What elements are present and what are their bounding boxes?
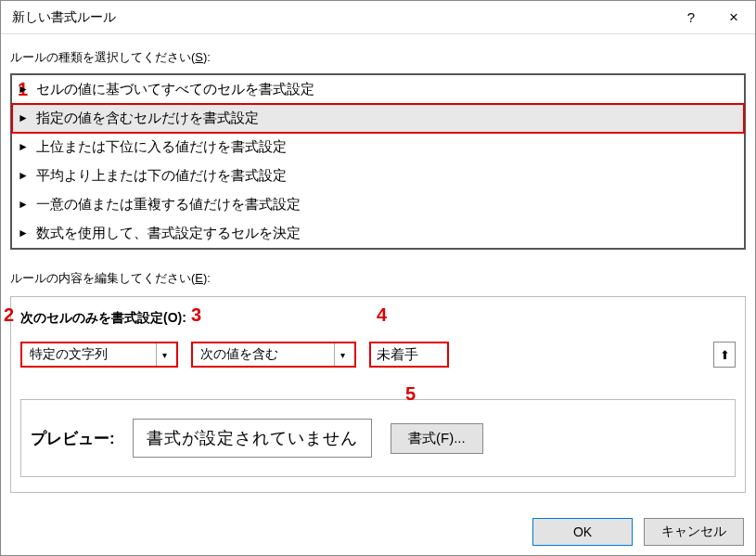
rule-item-5[interactable]: ►数式を使用して、書式設定するセルを決定 xyxy=(12,219,744,248)
arrow-icon: ► xyxy=(18,111,29,124)
rule-item-label: 上位または下位に入る値だけを書式設定 xyxy=(36,138,287,154)
annotation-3: 3 xyxy=(191,304,201,326)
arrow-icon: ► xyxy=(18,140,29,153)
dialog-title: 新しい書式ルール xyxy=(12,9,670,26)
arrow-icon: ► xyxy=(18,226,29,239)
value-input[interactable]: 未着手 xyxy=(369,342,449,368)
help-button[interactable]: ? xyxy=(670,1,712,34)
range-selector-icon: ⬆ xyxy=(720,348,730,362)
chevron-down-icon: ▾ xyxy=(334,343,351,366)
cancel-button[interactable]: キャンセル xyxy=(644,518,744,546)
input-value-text: 未着手 xyxy=(377,346,418,364)
ok-button[interactable]: OK xyxy=(532,518,633,546)
preview-label: プレビュー: xyxy=(31,428,123,449)
format-button[interactable]: 書式(F)... xyxy=(391,423,483,454)
rule-item-label: 指定の値を含むセルだけを書式設定 xyxy=(36,110,259,125)
annotation-2: 2 xyxy=(4,304,14,326)
content: ルールの種類を選択してください(S): 1 ►セルの値に基づいてすべてのセルを書… xyxy=(1,34,755,502)
combo-value: 次の値を含む xyxy=(200,346,334,363)
rule-item-3[interactable]: ►平均より上または下の値だけを書式設定 xyxy=(12,162,744,190)
rule-item-4[interactable]: ►一意の値または重複する値だけを書式設定 xyxy=(12,190,744,219)
preview-section: 5 プレビュー: 書式が設定されていません 書式(F)... xyxy=(20,399,736,477)
criteria-type-combo[interactable]: 特定の文字列 ▾ xyxy=(20,342,178,368)
edit-rule-label: ルールの内容を編集してください(E): xyxy=(10,270,746,287)
arrow-icon: ► xyxy=(18,198,29,211)
rule-type-label: ルールの種類を選択してください(S): xyxy=(10,49,746,66)
titlebar: 新しい書式ルール ? × xyxy=(1,1,755,34)
rule-item-label: 数式を使用して、書式設定するセルを決定 xyxy=(36,225,301,240)
annotation-5: 5 xyxy=(405,383,416,405)
rule-item-label: 平均より上または下の値だけを書式設定 xyxy=(36,167,287,183)
arrow-icon: ► xyxy=(18,83,29,96)
rule-item-0[interactable]: ►セルの値に基づいてすべてのセルを書式設定 xyxy=(12,75,744,104)
criteria-row: 特定の文字列 ▾ 次の値を含む ▾ 未着手 ⬆ xyxy=(20,342,736,368)
annotation-4: 4 xyxy=(377,304,387,326)
range-selector-button[interactable]: ⬆ xyxy=(713,342,736,368)
edit-area: 2 3 4 次のセルのみを書式設定(O): 特定の文字列 ▾ 次の値を含む ▾ … xyxy=(10,296,746,493)
dialog-footer: OK キャンセル xyxy=(532,518,744,546)
close-button[interactable]: × xyxy=(712,1,755,34)
operator-combo[interactable]: 次の値を含む ▾ xyxy=(191,342,356,368)
rule-item-label: セルの値に基づいてすべてのセルを書式設定 xyxy=(36,81,314,97)
preview-box: 書式が設定されていません xyxy=(133,419,372,458)
rule-item-1[interactable]: ►指定の値を含むセルだけを書式設定 xyxy=(12,104,744,133)
chevron-down-icon: ▾ xyxy=(156,343,173,366)
rule-item-label: 一意の値または重複する値だけを書式設定 xyxy=(36,196,301,212)
rule-item-2[interactable]: ►上位または下位に入る値だけを書式設定 xyxy=(12,133,744,162)
arrow-icon: ► xyxy=(18,169,29,182)
combo-value: 特定の文字列 xyxy=(30,346,156,363)
rule-type-list: 1 ►セルの値に基づいてすべてのセルを書式設定 ►指定の値を含むセルだけを書式設… xyxy=(10,73,746,250)
